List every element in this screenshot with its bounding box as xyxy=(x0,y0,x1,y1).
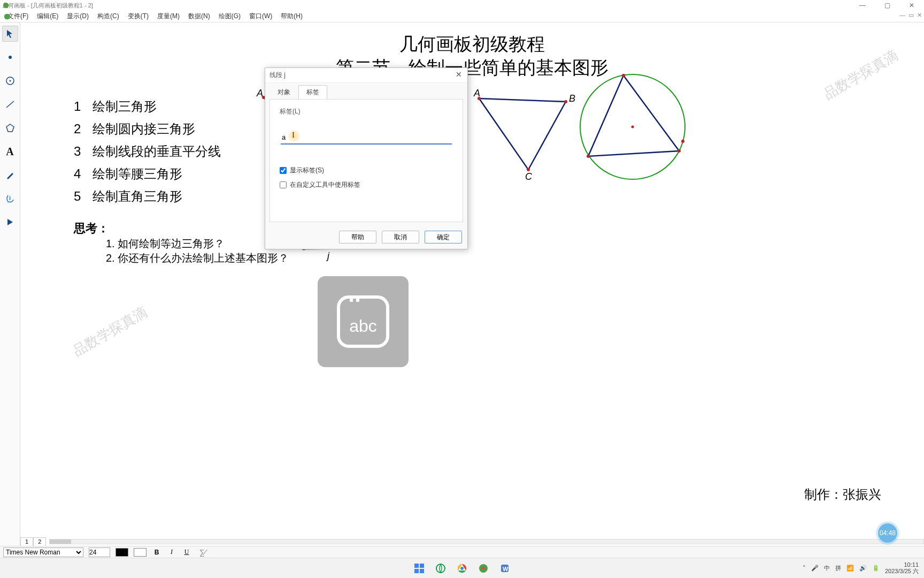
format-bar: Times New Roman B I U ∑∕ xyxy=(0,546,924,558)
taskbar-app-2[interactable] xyxy=(455,561,469,575)
taskbar: W ˄ 🎤 中 拼 📶 🔊 🔋 10:11 2023/3/25 六 xyxy=(0,558,924,578)
label-field-caption: 标签(L) xyxy=(280,107,455,116)
tab-label[interactable]: 标签 xyxy=(298,85,327,99)
svg-text:C: C xyxy=(525,171,533,182)
ime-indicator: abc xyxy=(318,276,409,367)
label-input[interactable] xyxy=(281,131,452,144)
svg-text:A: A xyxy=(473,88,480,98)
page-tabs: 1 2 xyxy=(20,537,924,546)
app-icon xyxy=(2,2,10,9)
left-toolbar: A i xyxy=(0,22,20,546)
underline-button[interactable]: U xyxy=(182,548,191,556)
svg-point-1 xyxy=(5,4,7,6)
ok-button[interactable]: 确定 xyxy=(425,231,462,244)
taskbar-app-1[interactable] xyxy=(434,561,448,575)
bold-button[interactable]: B xyxy=(152,549,161,556)
mdi-close[interactable]: ✕ xyxy=(917,12,922,19)
menu-help[interactable]: 帮助(H) xyxy=(276,12,307,21)
menu-display[interactable]: 显示(D) xyxy=(63,12,93,21)
svg-point-33 xyxy=(436,564,445,573)
mdi-max[interactable]: ▭ xyxy=(908,12,914,19)
svg-point-35 xyxy=(460,567,464,570)
text-cursor-icon xyxy=(288,130,300,142)
tray-chevron-icon[interactable]: ˄ xyxy=(803,565,806,572)
tray-mic-icon[interactable]: 🎤 xyxy=(811,565,819,572)
tool-marker[interactable] xyxy=(2,167,18,183)
taskbar-app-3[interactable]: W xyxy=(498,561,512,575)
tool-info[interactable]: i xyxy=(2,191,18,207)
mdi-min[interactable]: — xyxy=(899,12,905,19)
dialog-close-button[interactable]: ✕ xyxy=(453,70,464,79)
maximize-button[interactable]: ▢ xyxy=(875,0,899,11)
menu-data[interactable]: 数据(N) xyxy=(184,12,214,21)
doc-icon xyxy=(3,13,11,20)
font-select[interactable]: Times New Roman xyxy=(3,547,83,557)
svg-marker-20 xyxy=(588,75,679,156)
svg-text:i: i xyxy=(9,195,11,201)
start-button[interactable] xyxy=(412,561,426,575)
svg-point-3 xyxy=(9,56,12,59)
tray-ime-lang[interactable]: 中 xyxy=(824,564,830,572)
tool-custom[interactable] xyxy=(2,214,18,230)
menu-window[interactable]: 窗口(W) xyxy=(245,12,276,21)
tool-text[interactable]: A xyxy=(2,143,18,159)
help-button[interactable]: 帮助 xyxy=(339,231,376,244)
svg-text:j: j xyxy=(326,250,330,261)
window-title: 几何画板 - [几何画板初级教程1 - 2] xyxy=(2,2,93,10)
svg-point-24 xyxy=(681,140,684,143)
svg-point-37 xyxy=(482,567,485,570)
svg-rect-29 xyxy=(414,564,419,568)
cancel-button[interactable]: 取消 xyxy=(382,231,419,244)
fontsize-input[interactable] xyxy=(89,547,110,557)
italic-button[interactable]: I xyxy=(167,548,176,556)
svg-point-5 xyxy=(9,80,11,82)
window-titlebar: 几何画板 - [几何画板初级教程1 - 2] xyxy=(0,0,924,11)
tray-ime-mode[interactable]: 拼 xyxy=(835,564,841,572)
svg-point-23 xyxy=(587,155,590,158)
tool-polygon[interactable] xyxy=(2,120,18,136)
menu-edit[interactable]: 编辑(E) xyxy=(33,12,63,21)
close-button[interactable]: ✕ xyxy=(899,0,924,11)
show-label-checkbox[interactable]: 显示标签(S) xyxy=(280,166,453,175)
tray-sound-icon[interactable]: 🔊 xyxy=(859,565,867,572)
bg-color[interactable] xyxy=(134,548,147,557)
page-tab-1[interactable]: 1 xyxy=(20,537,33,546)
tool-point[interactable] xyxy=(2,49,18,65)
svg-text:B: B xyxy=(569,93,575,104)
tray-battery-icon[interactable]: 🔋 xyxy=(872,565,880,572)
canvas[interactable]: 几何画板初级教程 第二节 绘制一些简单的基本图形 1绘制三角形 2绘制圆内接三角… xyxy=(20,22,924,546)
h-scrollbar[interactable] xyxy=(49,539,924,544)
tab-object[interactable]: 对象 xyxy=(270,85,298,99)
text-color[interactable] xyxy=(116,548,128,557)
tool-arrow[interactable] xyxy=(2,26,18,42)
svg-marker-7 xyxy=(6,124,14,132)
svg-text:A: A xyxy=(256,88,263,98)
menu-transform[interactable]: 变换(T) xyxy=(124,12,153,21)
system-tray: ˄ 🎤 中 拼 📶 🔊 🔋 10:11 2023/3/25 六 xyxy=(803,558,919,578)
taskbar-app-gsp[interactable] xyxy=(476,561,490,575)
menu-construct[interactable]: 构造(C) xyxy=(93,12,124,21)
tray-clock[interactable]: 10:11 2023/3/25 六 xyxy=(885,561,919,574)
svg-rect-30 xyxy=(420,564,424,568)
svg-text:W: W xyxy=(503,566,509,572)
menu-bar: 文件(F) 编辑(E) 显示(D) 构造(C) 变换(T) 度量(M) 数据(N… xyxy=(0,11,924,22)
page-tab-2[interactable]: 2 xyxy=(33,537,46,546)
minimize-button[interactable]: — xyxy=(850,0,875,11)
tool-line[interactable] xyxy=(2,96,18,112)
svg-rect-31 xyxy=(414,569,419,573)
tool-circle[interactable] xyxy=(2,73,18,89)
mdi-controls: — ▭ ✕ xyxy=(899,12,922,19)
window-controls: — ▢ ✕ xyxy=(850,0,924,11)
tray-wifi-icon[interactable]: 📶 xyxy=(846,565,854,572)
svg-point-21 xyxy=(622,74,625,77)
svg-point-2 xyxy=(4,13,10,19)
menu-measure[interactable]: 度量(M) xyxy=(153,12,184,21)
recording-timer[interactable]: 04:48 xyxy=(878,523,897,543)
customtool-label-checkbox[interactable]: 在自定义工具中使用标签 xyxy=(280,180,453,189)
author-label: 制作：张振兴 xyxy=(804,486,881,503)
watermark: 品数学探真滴 xyxy=(820,45,902,103)
menu-graph[interactable]: 绘图(G) xyxy=(214,12,245,21)
dialog-title: 线段 j xyxy=(265,68,467,83)
svg-line-6 xyxy=(6,101,14,108)
math-button[interactable]: ∑∕ xyxy=(197,548,209,557)
